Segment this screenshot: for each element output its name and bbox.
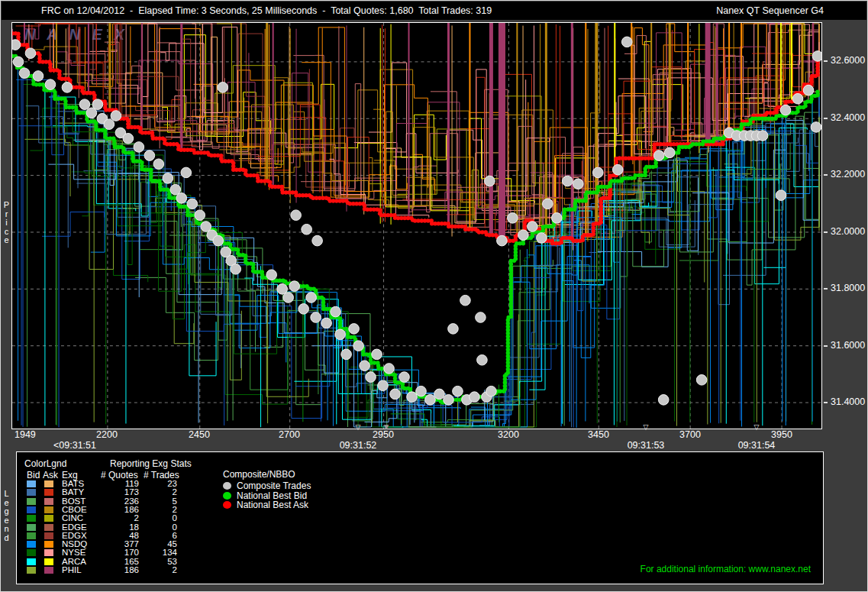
composite-trades-dot xyxy=(223,482,231,490)
x-axis-seq-label: 2700 xyxy=(279,429,300,440)
quote-line-bid xyxy=(140,222,263,341)
trade-dot xyxy=(144,150,155,161)
quote-count: 165 xyxy=(98,557,139,566)
trade-dot xyxy=(123,134,134,144)
trade-dot xyxy=(176,193,187,204)
y-axis-tick xyxy=(824,231,828,233)
exchange-name: PHIL xyxy=(62,565,82,574)
trade-dot xyxy=(291,210,302,221)
ask-band xyxy=(757,23,759,116)
ask-band xyxy=(273,23,274,186)
ask-band xyxy=(469,23,470,229)
trade-dot xyxy=(543,199,553,209)
quote-count: 119 xyxy=(98,479,139,488)
trade-dot xyxy=(298,304,309,315)
y-axis-tick xyxy=(824,118,828,119)
edgx-bid-swatch xyxy=(27,532,36,539)
legend-side-label: L e g e n d xyxy=(2,490,11,542)
legend-panel: ColorLgnd Reporting Exg Stats Bid Ask Ex… xyxy=(16,451,824,584)
trade-dot xyxy=(181,167,192,178)
national-best-bid-line xyxy=(12,57,818,403)
ask-band xyxy=(705,23,711,144)
trade-dot xyxy=(696,375,707,386)
quote-line-ask xyxy=(354,134,458,173)
trade-dot xyxy=(407,392,418,403)
x-axis-time-label: 09:31:53 xyxy=(628,440,665,451)
trade-dot xyxy=(79,99,90,110)
trade-dot xyxy=(378,380,389,391)
exchange-name: NSDQ xyxy=(62,539,87,548)
trade-dot xyxy=(195,210,205,221)
trade-dot xyxy=(372,349,382,360)
quote-count: 236 xyxy=(98,497,139,506)
y-axis-label: 32.6000 xyxy=(831,55,865,66)
trade-dot xyxy=(460,295,471,306)
quote-line-ask xyxy=(293,55,360,199)
quote-line-bid xyxy=(186,212,308,396)
trade-dot xyxy=(302,224,312,235)
trade-dot xyxy=(19,68,30,79)
app-title: Nanex QT Sequencer G4 xyxy=(716,2,824,20)
x-axis-seq-label: 3200 xyxy=(498,429,519,440)
ask-band xyxy=(88,23,89,93)
trade-dot xyxy=(335,329,346,340)
edge-ask-swatch xyxy=(44,524,53,531)
chart-plot[interactable]: N A N E X xyxy=(11,22,822,429)
quote-chart-canvas[interactable] xyxy=(12,23,821,429)
title-bar: FRC on 12/04/2012 - Elapsed Time: 3 Seco… xyxy=(2,2,866,20)
trade-dot xyxy=(13,57,24,67)
cinc-bid-swatch xyxy=(27,515,36,522)
exchange-name: ARCA xyxy=(62,557,86,566)
price-axis-label: P r i c e xyxy=(2,201,11,245)
info-footer: For additional information: www.nanex.ne… xyxy=(641,564,811,574)
ask-band xyxy=(516,23,518,235)
trade-dot xyxy=(757,131,768,141)
trade-count: 2 xyxy=(137,565,177,574)
trade-dot xyxy=(311,312,321,323)
trade-dot xyxy=(163,173,173,184)
trade-dot xyxy=(266,270,277,280)
quote-line-ask xyxy=(56,52,109,81)
x-axis-seq-label: 3950 xyxy=(771,429,792,440)
ask-band xyxy=(802,23,804,93)
trade-dot xyxy=(573,179,584,189)
trade-dot xyxy=(104,119,115,130)
col-header-ask: Ask xyxy=(43,470,58,480)
trade-dot xyxy=(312,235,323,246)
trade-dot xyxy=(62,82,73,93)
trade-dot xyxy=(612,164,623,175)
composite-title: Composite/NBBO xyxy=(223,469,295,480)
exg-stats-title: Reporting Exg Stats xyxy=(110,458,192,469)
trade-dot xyxy=(231,264,241,275)
ask-band xyxy=(585,23,586,235)
trade-dot xyxy=(384,364,395,374)
x-axis-seq-label: 1949 xyxy=(15,429,36,440)
trade-dot xyxy=(12,40,21,50)
nsdq-ask-swatch xyxy=(44,541,53,548)
trade-dot xyxy=(306,293,317,303)
time-tick-marker: ▽ xyxy=(644,423,649,431)
trade-count: 23 xyxy=(137,479,177,488)
exchange-name: EDGE xyxy=(62,522,87,532)
exchange-name: EDGX xyxy=(62,531,87,540)
ask-band xyxy=(266,23,268,181)
x-axis-seq-label: 3450 xyxy=(588,429,609,440)
trade-dot xyxy=(444,395,454,406)
trade-dot xyxy=(134,142,144,153)
y-axis-tick xyxy=(824,345,828,347)
trade-dot xyxy=(453,386,463,396)
trade-dot xyxy=(621,37,632,47)
nyse-ask-swatch xyxy=(44,549,53,556)
trade-dot xyxy=(803,85,814,95)
ask-band xyxy=(812,23,814,76)
ask-band xyxy=(741,23,742,130)
trade-dot xyxy=(153,159,164,170)
quote-line-ask xyxy=(411,192,496,215)
trade-dot xyxy=(360,361,370,371)
trade-dot xyxy=(811,122,821,133)
trade-dot xyxy=(658,395,669,406)
trade-count: 0 xyxy=(137,513,177,522)
ask-band xyxy=(408,23,410,218)
trade-dot xyxy=(485,176,495,186)
ask-band xyxy=(24,23,25,45)
